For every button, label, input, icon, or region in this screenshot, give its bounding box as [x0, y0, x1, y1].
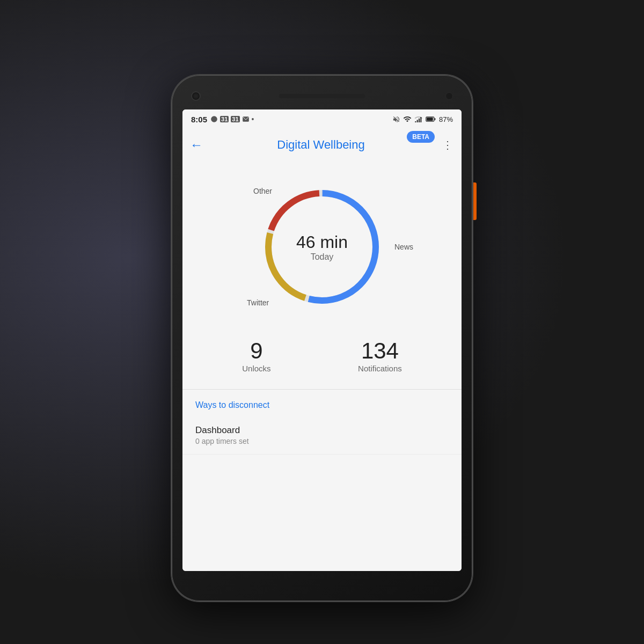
donut-chart[interactable]: 46 min Today [252, 177, 392, 317]
signal-icon [414, 115, 423, 123]
donut-center: 46 min Today [296, 232, 348, 262]
svg-rect-4 [419, 119, 420, 122]
dot-icon: • [252, 115, 254, 123]
chart-area: Other [182, 161, 462, 327]
unlocks-label: Unlocks [242, 364, 270, 373]
notifications-value: 134 [358, 338, 402, 364]
sensor [445, 92, 453, 100]
status-bar: 8:05 31 31 • [182, 109, 462, 129]
status-right-icons: 87% [392, 114, 453, 125]
donut-time: 46 min [296, 232, 348, 252]
svg-rect-7 [427, 118, 433, 121]
svg-rect-3 [417, 120, 418, 122]
cal-icon2: 31 [231, 116, 239, 122]
status-notification-icons: 31 31 • [210, 115, 254, 123]
svg-point-0 [211, 116, 217, 122]
speaker [279, 94, 365, 98]
ways-to-disconnect-header: Ways to disconnect [182, 390, 462, 416]
donut-day-label: Today [296, 252, 348, 262]
svg-rect-5 [420, 117, 421, 122]
dashboard-subtitle: 0 app timers set [195, 437, 449, 445]
phone-screen: 8:05 31 31 • [182, 109, 462, 571]
phone-top [172, 83, 472, 109]
cal-icon1: 31 [220, 116, 229, 122]
app-title: Digital Wellbeing [208, 138, 434, 152]
pocket-icon [210, 115, 218, 123]
unlocks-value: 9 [242, 338, 270, 364]
stat-notifications: 134 Notifications [358, 338, 402, 373]
mute-icon [392, 115, 400, 123]
battery-percent: 87% [439, 115, 453, 123]
side-button [473, 182, 477, 220]
phone-device: 8:05 31 31 • [172, 75, 472, 601]
email-icon [242, 115, 250, 123]
status-left: 8:05 31 31 • [191, 115, 254, 124]
screen-content: Other [182, 161, 462, 571]
dashboard-title: Dashboard [195, 425, 449, 436]
chart-wrapper: Other [231, 172, 413, 322]
list-item-dashboard[interactable]: Dashboard 0 app timers set [182, 416, 462, 455]
beta-badge: BETA [407, 131, 435, 143]
stats-row: 9 Unlocks 134 Notifications [182, 327, 462, 389]
more-button[interactable]: ⋮ [438, 133, 457, 157]
status-time: 8:05 [191, 115, 207, 124]
label-twitter: Twitter [247, 298, 269, 307]
section-title: Ways to disconnect [195, 400, 269, 409]
notifications-label: Notifications [358, 364, 402, 373]
stat-unlocks: 9 Unlocks [242, 338, 270, 373]
svg-rect-2 [415, 121, 416, 122]
app-bar: ← Digital Wellbeing BETA ⋮ [182, 129, 462, 161]
back-button[interactable]: ← [185, 133, 208, 157]
battery-icon [426, 114, 436, 125]
camera [191, 91, 201, 101]
label-news: News [394, 243, 413, 251]
wifi-icon [403, 115, 412, 123]
